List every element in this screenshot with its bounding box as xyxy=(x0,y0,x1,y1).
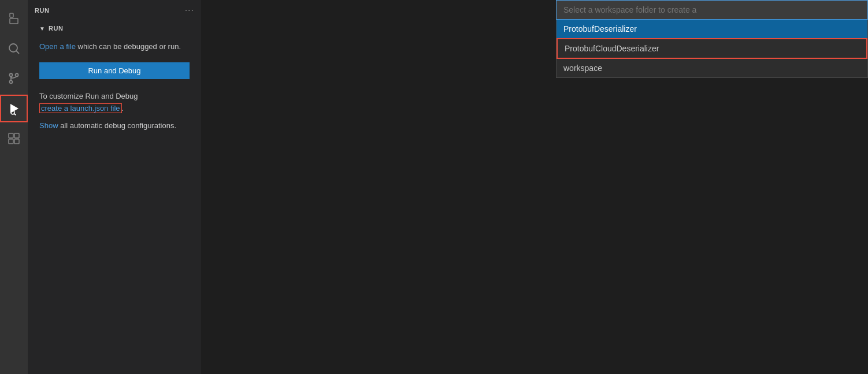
run-section-header: ▼ RUN xyxy=(39,25,190,32)
end-period: . xyxy=(122,104,124,113)
chevron-down-icon: ▼ xyxy=(39,25,45,32)
sidebar-more-button[interactable]: ··· xyxy=(185,5,194,16)
svg-rect-11 xyxy=(9,133,13,138)
workspace-folder-input[interactable] xyxy=(556,0,868,20)
customize-text: To customize Run and Debug create a laun… xyxy=(39,91,190,115)
svg-point-5 xyxy=(16,74,18,77)
svg-line-3 xyxy=(17,51,20,54)
show-debug-config-text: Show all automatic debug configurations. xyxy=(39,120,190,132)
sidebar: RUN ··· ▼ RUN Open a file which can be d… xyxy=(28,0,201,374)
run-section-title: RUN xyxy=(49,25,63,32)
extensions-icon[interactable] xyxy=(0,125,28,152)
svg-point-4 xyxy=(10,74,13,77)
quick-pick-list: ProtobufDeserializer ProtobufCloudDeseri… xyxy=(556,20,868,78)
svg-rect-1 xyxy=(10,18,18,24)
run-description: Open a file which can be debugged or run… xyxy=(39,41,190,53)
explorer-icon[interactable] xyxy=(0,5,28,32)
svg-rect-0 xyxy=(10,13,13,17)
svg-line-10 xyxy=(14,114,16,115)
open-file-link[interactable]: Open a file xyxy=(39,42,76,51)
svg-point-6 xyxy=(10,81,13,84)
sidebar-header: RUN ··· xyxy=(28,0,201,20)
sidebar-content: ▼ RUN Open a file which can be debugged … xyxy=(28,20,201,374)
run-and-debug-button[interactable]: Run and Debug xyxy=(39,62,190,79)
quick-pick-item-protobuf-cloud-deserializer[interactable]: ProtobufCloudDeserializer xyxy=(557,38,867,59)
quick-pick-overlay: ProtobufDeserializer ProtobufCloudDeseri… xyxy=(556,0,868,78)
open-file-suffix: which can be debugged or run. xyxy=(76,42,181,51)
show-suffix: all automatic debug configurations. xyxy=(58,121,177,130)
quick-pick-item-protobuf-deserializer[interactable]: ProtobufDeserializer xyxy=(557,20,867,38)
create-launch-json-link[interactable]: create a launch.json file xyxy=(39,103,122,113)
quick-pick-item-workspace[interactable]: workspace xyxy=(557,59,867,77)
svg-point-2 xyxy=(9,44,17,52)
run-debug-icon[interactable] xyxy=(0,95,28,122)
show-debug-link[interactable]: Show xyxy=(39,121,58,130)
svg-rect-12 xyxy=(14,133,19,138)
svg-rect-14 xyxy=(14,139,19,144)
main-area: ProtobufDeserializer ProtobufCloudDeseri… xyxy=(201,0,868,374)
svg-rect-13 xyxy=(9,139,13,144)
sidebar-title: RUN xyxy=(35,7,49,14)
source-control-icon[interactable] xyxy=(0,65,28,92)
search-icon[interactable] xyxy=(0,35,28,62)
customize-prefix: To customize Run and Debug xyxy=(39,92,138,100)
activity-bar xyxy=(0,0,28,374)
